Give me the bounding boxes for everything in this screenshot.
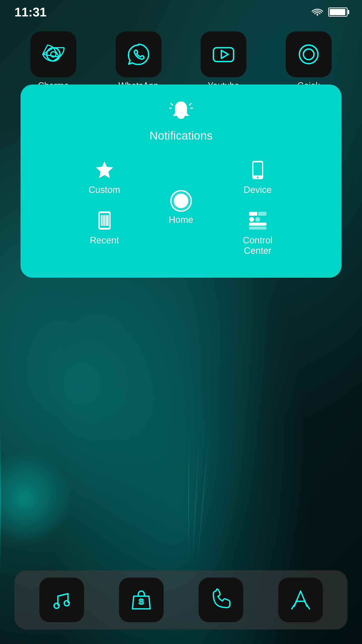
device-label: Device [244,185,272,195]
app-chrome[interactable]: Chorme [14,32,92,91]
svg-line-31 [58,594,68,596]
svg-point-0 [317,14,318,16]
dock-item-appstore[interactable] [263,578,338,622]
bell-icon [169,99,193,123]
wifi-icon [311,6,323,18]
bell-icon-wrap [169,99,193,124]
custom-label: Custom [89,185,120,195]
app-whatsapp[interactable]: WhatsApp [100,32,178,91]
svg-point-25 [249,217,254,222]
svg-text:S: S [138,597,144,606]
popup-grid: Custom Device [32,154,330,261]
dock-item-phone[interactable] [183,578,258,622]
svg-rect-27 [249,223,266,226]
chrome-icon [40,41,67,68]
app-grid-row1: Chorme WhatsApp Youtube [14,32,348,91]
dock: S [14,570,348,630]
recent-icon [94,210,115,231]
tablet-icon [247,159,269,181]
youtube-icon-bg [201,32,246,77]
svg-rect-28 [249,226,266,230]
status-icons [311,6,348,18]
svg-rect-21 [106,215,107,226]
dock-item-shopee[interactable]: S [104,578,179,622]
music-icon-bg [39,578,84,622]
svg-rect-13 [253,162,262,176]
chrome-icon-bg [30,32,76,77]
popup-menu: Notifications Custom Device [20,84,342,278]
time-display: 11:31 [14,5,46,19]
svg-rect-3 [213,48,234,62]
svg-rect-22 [108,215,109,226]
popup-item-control-center[interactable]: Control Center [186,205,330,261]
control-center-icon [247,210,269,231]
home-label: Home [169,215,193,225]
phone-icon [208,587,234,612]
recent-label: Recent [90,235,119,246]
youtube-icon [210,41,237,68]
home-button-inner [174,194,188,208]
star-icon [94,159,115,181]
svg-marker-11 [96,161,113,178]
svg-point-14 [257,176,259,178]
home-button[interactable] [170,190,192,212]
status-bar: 11:31 [0,0,362,24]
control-center-label: Control Center [243,235,273,256]
svg-rect-17 [101,215,102,226]
home-button-area[interactable]: Home [169,154,193,261]
popup-item-custom[interactable]: Custom [32,154,176,200]
gojek-icon [295,41,322,68]
svg-rect-24 [258,212,266,216]
dock-item-music[interactable] [24,578,99,622]
music-icon [49,587,74,612]
svg-point-29 [54,603,59,608]
app-gojek[interactable]: Gojek [270,32,348,91]
svg-line-34 [304,601,309,609]
popup-title: Notifications [149,129,212,142]
gojek-icon-bg [286,32,332,77]
svg-rect-19 [103,215,104,226]
popup-notifications-header: Notifications [149,99,212,142]
appstore-icon-bg [278,578,323,622]
shopee-icon-bg: S [119,578,164,622]
battery-icon [328,8,348,17]
phone-icon-bg [199,578,243,622]
app-youtube[interactable]: Youtube [185,32,263,91]
light-streak-1 [188,427,189,572]
popup-item-recent[interactable]: Recent [32,205,176,261]
svg-rect-20 [105,215,106,226]
shopee-icon: S [129,587,154,612]
svg-point-30 [64,601,69,606]
svg-rect-23 [249,212,257,216]
svg-point-26 [255,217,260,222]
whatsapp-icon [125,41,152,68]
svg-rect-18 [102,215,103,226]
appstore-icon [288,587,313,612]
svg-marker-4 [221,50,228,58]
whatsapp-icon-bg [116,32,161,77]
svg-line-33 [292,601,297,609]
battery-fill [330,9,345,15]
popup-item-device[interactable]: Device [186,154,330,200]
